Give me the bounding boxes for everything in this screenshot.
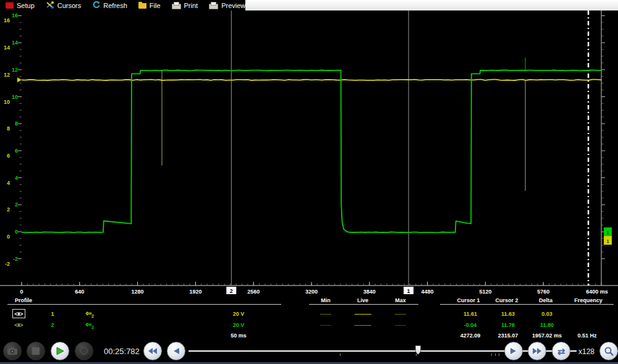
y-label-ch2: 8 bbox=[15, 121, 18, 127]
channel1-live: ——— bbox=[355, 311, 371, 317]
channel1-max: —— bbox=[395, 311, 406, 317]
refresh-icon bbox=[92, 1, 100, 10]
stop-button[interactable] bbox=[27, 342, 45, 360]
rewind-button[interactable] bbox=[143, 342, 162, 360]
measurements-panel: Profile Min Live Max Cursor 1 Cursor 2 D… bbox=[0, 295, 618, 339]
eye-icon bbox=[14, 311, 23, 317]
camera-snapshot-button[interactable] bbox=[3, 342, 22, 360]
setup-button[interactable]: Setup bbox=[0, 0, 40, 11]
y-label-ch2: 14 bbox=[12, 40, 18, 46]
y-label-ch2: -2 bbox=[13, 256, 18, 262]
channel1-min: —— bbox=[320, 311, 331, 317]
y-label-ch1: 12 bbox=[4, 72, 10, 78]
y-label-ch1: 0 bbox=[7, 234, 10, 240]
chann2-max: —— bbox=[395, 322, 406, 328]
y-label-ch1: 14 bbox=[4, 44, 10, 51]
channel2-visibility-toggle[interactable] bbox=[12, 320, 25, 329]
y-label-ch1: -2 bbox=[5, 261, 10, 267]
y-label-ch2: 2 bbox=[15, 201, 18, 208]
eye-icon bbox=[14, 322, 23, 328]
cursor-flag-label: 2 bbox=[230, 288, 233, 294]
y-label-ch2: 10 bbox=[12, 94, 18, 100]
y-label-ch2: 0 bbox=[15, 229, 18, 235]
frequency-value: 0.51 Hz bbox=[577, 332, 596, 339]
cursor-delta-time: 1957.02 ms bbox=[532, 332, 562, 339]
channel1-range[interactable]: 20 V bbox=[233, 311, 245, 317]
channel2-cursor1-value: -0.04 bbox=[464, 322, 477, 328]
file-button[interactable]: File bbox=[133, 0, 166, 11]
trigger-level-marker[interactable] bbox=[17, 77, 22, 82]
playback-speed-label: x128 bbox=[575, 347, 598, 356]
step-forward-button[interactable] bbox=[504, 342, 523, 360]
profile-header: Profile bbox=[15, 297, 32, 303]
fast-forward-icon bbox=[532, 347, 542, 355]
channel-1-trace bbox=[22, 80, 601, 80]
channel2-range[interactable]: 20 V bbox=[233, 322, 245, 328]
cursors-icon bbox=[46, 1, 54, 10]
loop-button[interactable]: ⇄ bbox=[552, 342, 570, 360]
x-label: 5760 bbox=[537, 289, 549, 295]
x-label: 5120 bbox=[479, 289, 491, 295]
preview-button[interactable]: Preview bbox=[203, 0, 251, 11]
channel2-min: —— bbox=[320, 322, 331, 328]
col-header-cursor2: Cursor 2 bbox=[495, 297, 518, 303]
col-header-frequency: Frequency bbox=[574, 297, 603, 303]
x-label: 3840 bbox=[363, 289, 376, 295]
step-back-button[interactable] bbox=[167, 342, 185, 360]
probe-icon-channel1[interactable]: ⇦2 bbox=[85, 310, 94, 320]
record-button[interactable] bbox=[75, 342, 93, 360]
y-label-ch1: 6 bbox=[7, 153, 10, 159]
setup-icon bbox=[6, 2, 14, 9]
refresh-button[interactable]: Refresh bbox=[87, 0, 133, 11]
fast-forward-button[interactable] bbox=[528, 342, 546, 360]
y-label-ch1: 4 bbox=[7, 180, 10, 186]
channel1-number: 1 bbox=[51, 311, 54, 317]
y-label-ch2: 12 bbox=[12, 67, 18, 73]
titlebar-blank-area bbox=[245, 0, 618, 11]
cursor2-time: 2315.07 bbox=[498, 332, 519, 339]
slider-tick bbox=[340, 353, 341, 356]
camera-icon bbox=[7, 347, 17, 355]
y-label-ch1: 8 bbox=[7, 125, 10, 132]
play-icon bbox=[56, 347, 64, 355]
col-header-live: Live bbox=[357, 297, 368, 303]
toolbar: Setup Cursors Refresh File bbox=[0, 0, 618, 11]
playback-bar: 00:25:782 ⇄ x128 bbox=[0, 339, 618, 364]
x-label: 0 bbox=[20, 289, 23, 295]
channel-ground-marker-label: 1 bbox=[606, 239, 609, 244]
col-header-delta: Delta bbox=[539, 297, 552, 303]
x-label: 2560 bbox=[247, 289, 260, 295]
file-label: File bbox=[150, 2, 161, 9]
play-button[interactable] bbox=[51, 342, 69, 360]
channel2-number: 2 bbox=[51, 322, 54, 328]
step-forward-icon bbox=[510, 347, 517, 355]
channel1-delta-value: 0.03 bbox=[541, 311, 552, 317]
col-header-max: Max bbox=[395, 297, 406, 303]
stats-underline bbox=[309, 304, 418, 305]
channel2-live: ——— bbox=[355, 322, 371, 328]
y-label-ch2: 4 bbox=[15, 175, 18, 181]
profile-underline bbox=[7, 304, 281, 305]
channel-ground-marker-label: 1 bbox=[606, 230, 609, 235]
x-label: 4480 bbox=[421, 289, 434, 295]
cursor1-time: 4272.09 bbox=[460, 332, 481, 339]
print-preview-icon bbox=[209, 4, 218, 9]
zoom-button[interactable] bbox=[599, 342, 618, 360]
printer-icon bbox=[172, 4, 181, 9]
folder-icon bbox=[138, 3, 146, 9]
magnifier-icon bbox=[604, 347, 614, 356]
slider-tick bbox=[499, 353, 499, 356]
step-back-icon bbox=[172, 347, 180, 355]
col-header-min: Min bbox=[321, 297, 331, 303]
x-label: 3200 bbox=[305, 289, 318, 295]
toolbar-buttons: Setup Cursors Refresh File bbox=[0, 0, 245, 11]
channel2-cursor2-value: 11.76 bbox=[501, 322, 515, 328]
timebase-value[interactable]: 50 ms bbox=[231, 332, 247, 339]
x-label: 6400 ms bbox=[586, 289, 608, 295]
channel2-delta-value: 11.80 bbox=[540, 322, 554, 328]
print-button[interactable]: Print bbox=[166, 0, 204, 11]
cursors-button[interactable]: Cursors bbox=[40, 0, 87, 11]
channel1-visibility-toggle[interactable] bbox=[12, 309, 25, 318]
time-readout: 00:25:782 bbox=[104, 347, 143, 356]
probe-icon-channel2[interactable]: ⇦2 bbox=[85, 321, 94, 331]
